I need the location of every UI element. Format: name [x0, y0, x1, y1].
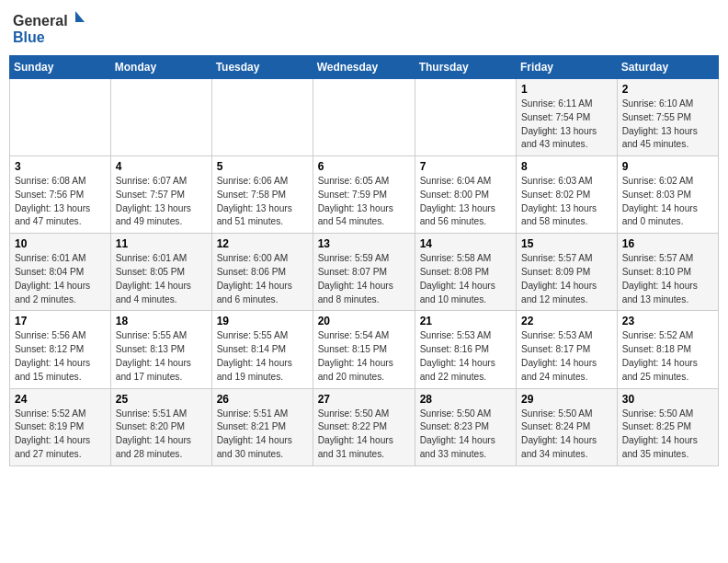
day-number: 3	[15, 160, 106, 173]
day-info: Sunrise: 6:06 AM Sunset: 7:58 PM Dayligh…	[217, 175, 308, 229]
day-number: 25	[116, 393, 207, 406]
day-number: 29	[521, 393, 612, 406]
day-info: Sunrise: 6:00 AM Sunset: 8:06 PM Dayligh…	[217, 252, 308, 306]
calendar-cell: 1Sunrise: 6:11 AM Sunset: 7:54 PM Daylig…	[517, 79, 618, 156]
svg-text:General: General	[13, 13, 68, 29]
weekday-header-tuesday: Tuesday	[211, 56, 313, 79]
day-number: 14	[420, 237, 511, 250]
day-number: 8	[521, 160, 612, 173]
day-number: 18	[116, 315, 207, 327]
calendar-cell	[415, 79, 516, 156]
day-info: Sunrise: 5:56 AM Sunset: 8:12 PM Dayligh…	[15, 329, 106, 384]
calendar-cell: 27Sunrise: 5:50 AM Sunset: 8:22 PM Dayli…	[313, 388, 415, 465]
calendar-cell: 20Sunrise: 5:54 AM Sunset: 8:15 PM Dayli…	[313, 311, 415, 388]
day-info: Sunrise: 5:50 AM Sunset: 8:22 PM Dayligh…	[318, 408, 410, 462]
day-number: 6	[318, 160, 410, 173]
calendar-week-row: 10Sunrise: 6:01 AM Sunset: 8:04 PM Dayli…	[10, 234, 719, 311]
day-info: Sunrise: 5:59 AM Sunset: 8:07 PM Dayligh…	[318, 252, 410, 306]
logo: General Blue	[13, 9, 86, 48]
svg-marker-2	[75, 11, 85, 22]
day-info: Sunrise: 5:55 AM Sunset: 8:14 PM Dayligh…	[217, 329, 308, 384]
day-info: Sunrise: 5:50 AM Sunset: 8:25 PM Dayligh…	[622, 408, 713, 462]
calendar-week-row: 24Sunrise: 5:52 AM Sunset: 8:19 PM Dayli…	[10, 388, 719, 465]
day-number: 2	[622, 83, 713, 96]
day-number: 11	[116, 237, 207, 250]
day-info: Sunrise: 6:01 AM Sunset: 8:05 PM Dayligh…	[116, 252, 207, 306]
calendar-cell: 10Sunrise: 6:01 AM Sunset: 8:04 PM Dayli…	[10, 234, 111, 311]
calendar-cell: 7Sunrise: 6:04 AM Sunset: 8:00 PM Daylig…	[415, 156, 516, 234]
calendar-week-row: 17Sunrise: 5:56 AM Sunset: 8:12 PM Dayli…	[10, 311, 719, 388]
logo-svg: General Blue	[13, 9, 86, 48]
day-info: Sunrise: 6:11 AM Sunset: 7:54 PM Dayligh…	[521, 98, 612, 152]
weekday-header-monday: Monday	[110, 56, 211, 79]
calendar-cell	[110, 79, 211, 156]
day-number: 27	[318, 393, 410, 406]
weekday-header-saturday: Saturday	[617, 56, 718, 79]
day-number: 12	[217, 237, 308, 250]
calendar-cell: 29Sunrise: 5:50 AM Sunset: 8:24 PM Dayli…	[517, 388, 618, 465]
day-number: 19	[217, 315, 308, 327]
day-info: Sunrise: 5:51 AM Sunset: 8:20 PM Dayligh…	[116, 408, 207, 462]
weekday-header-friday: Friday	[517, 56, 618, 79]
day-number: 24	[15, 393, 106, 406]
day-info: Sunrise: 5:57 AM Sunset: 8:10 PM Dayligh…	[622, 252, 713, 306]
weekday-header-sunday: Sunday	[10, 56, 111, 79]
calendar-cell: 14Sunrise: 5:58 AM Sunset: 8:08 PM Dayli…	[415, 234, 516, 311]
calendar-cell: 30Sunrise: 5:50 AM Sunset: 8:25 PM Dayli…	[617, 388, 718, 465]
calendar-cell: 15Sunrise: 5:57 AM Sunset: 8:09 PM Dayli…	[517, 234, 618, 311]
calendar-cell: 11Sunrise: 6:01 AM Sunset: 8:05 PM Dayli…	[110, 234, 211, 311]
calendar-cell: 12Sunrise: 6:00 AM Sunset: 8:06 PM Dayli…	[211, 234, 313, 311]
page-header: General Blue	[9, 9, 719, 48]
day-info: Sunrise: 5:50 AM Sunset: 8:23 PM Dayligh…	[420, 408, 511, 462]
calendar-table: SundayMondayTuesdayWednesdayThursdayFrid…	[9, 55, 719, 466]
calendar-week-row: 1Sunrise: 6:11 AM Sunset: 7:54 PM Daylig…	[10, 79, 719, 156]
day-info: Sunrise: 6:01 AM Sunset: 8:04 PM Dayligh…	[15, 252, 106, 306]
day-number: 23	[622, 315, 713, 327]
calendar-cell	[211, 79, 313, 156]
day-number: 26	[217, 393, 308, 406]
calendar-cell: 13Sunrise: 5:59 AM Sunset: 8:07 PM Dayli…	[313, 234, 415, 311]
day-number: 13	[318, 237, 410, 250]
day-info: Sunrise: 6:04 AM Sunset: 8:00 PM Dayligh…	[420, 175, 511, 229]
day-number: 17	[15, 315, 106, 327]
calendar-cell: 24Sunrise: 5:52 AM Sunset: 8:19 PM Dayli…	[10, 388, 111, 465]
calendar-cell: 17Sunrise: 5:56 AM Sunset: 8:12 PM Dayli…	[10, 311, 111, 388]
day-number: 21	[420, 315, 511, 327]
day-info: Sunrise: 5:55 AM Sunset: 8:13 PM Dayligh…	[116, 329, 207, 384]
calendar-cell	[313, 79, 415, 156]
calendar-cell: 18Sunrise: 5:55 AM Sunset: 8:13 PM Dayli…	[110, 311, 211, 388]
calendar-cell: 8Sunrise: 6:03 AM Sunset: 8:02 PM Daylig…	[517, 156, 618, 234]
svg-text:Blue: Blue	[13, 29, 45, 45]
day-number: 10	[15, 237, 106, 250]
day-info: Sunrise: 5:54 AM Sunset: 8:15 PM Dayligh…	[318, 329, 410, 384]
day-info: Sunrise: 5:52 AM Sunset: 8:19 PM Dayligh…	[15, 408, 106, 462]
calendar-cell: 5Sunrise: 6:06 AM Sunset: 7:58 PM Daylig…	[211, 156, 313, 234]
calendar-cell: 25Sunrise: 5:51 AM Sunset: 8:20 PM Dayli…	[110, 388, 211, 465]
day-info: Sunrise: 5:51 AM Sunset: 8:21 PM Dayligh…	[217, 408, 308, 462]
calendar-cell: 4Sunrise: 6:07 AM Sunset: 7:57 PM Daylig…	[110, 156, 211, 234]
calendar-cell: 28Sunrise: 5:50 AM Sunset: 8:23 PM Dayli…	[415, 388, 516, 465]
calendar-cell: 2Sunrise: 6:10 AM Sunset: 7:55 PM Daylig…	[617, 79, 718, 156]
calendar-cell	[10, 79, 111, 156]
day-number: 15	[521, 237, 612, 250]
day-number: 7	[420, 160, 511, 173]
calendar-cell: 26Sunrise: 5:51 AM Sunset: 8:21 PM Dayli…	[211, 388, 313, 465]
day-info: Sunrise: 6:07 AM Sunset: 7:57 PM Dayligh…	[116, 175, 207, 229]
day-info: Sunrise: 6:08 AM Sunset: 7:56 PM Dayligh…	[15, 175, 106, 229]
day-info: Sunrise: 6:02 AM Sunset: 8:03 PM Dayligh…	[622, 175, 713, 229]
weekday-header-row: SundayMondayTuesdayWednesdayThursdayFrid…	[10, 56, 719, 79]
calendar-cell: 3Sunrise: 6:08 AM Sunset: 7:56 PM Daylig…	[10, 156, 111, 234]
day-number: 28	[420, 393, 511, 406]
day-info: Sunrise: 6:03 AM Sunset: 8:02 PM Dayligh…	[521, 175, 612, 229]
day-number: 30	[622, 393, 713, 406]
weekday-header-thursday: Thursday	[415, 56, 516, 79]
weekday-header-wednesday: Wednesday	[313, 56, 415, 79]
day-info: Sunrise: 5:50 AM Sunset: 8:24 PM Dayligh…	[521, 408, 612, 462]
day-number: 5	[217, 160, 308, 173]
calendar-cell: 16Sunrise: 5:57 AM Sunset: 8:10 PM Dayli…	[617, 234, 718, 311]
day-info: Sunrise: 5:57 AM Sunset: 8:09 PM Dayligh…	[521, 252, 612, 306]
day-info: Sunrise: 5:53 AM Sunset: 8:17 PM Dayligh…	[521, 329, 612, 384]
day-number: 9	[622, 160, 713, 173]
day-info: Sunrise: 6:10 AM Sunset: 7:55 PM Dayligh…	[622, 98, 713, 152]
day-number: 4	[116, 160, 207, 173]
